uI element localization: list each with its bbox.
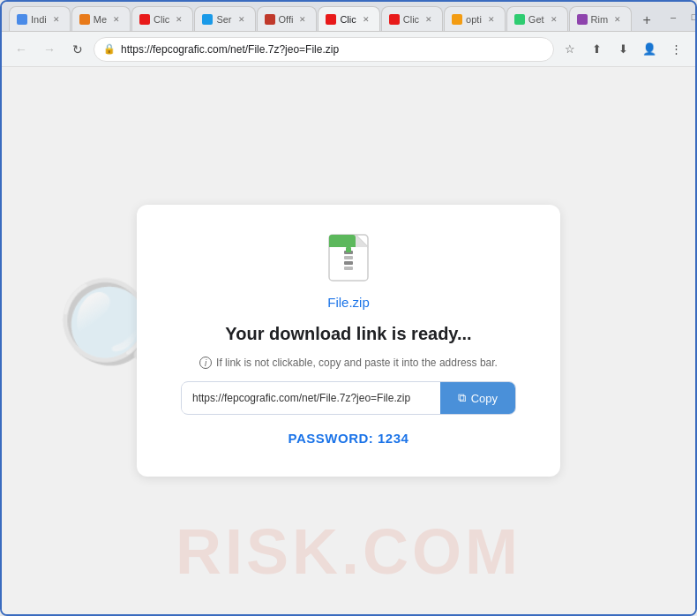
zip-file-icon <box>322 231 375 284</box>
file-name[interactable]: File.zip <box>181 295 516 310</box>
url-copy-row: ⧉ Copy <box>181 381 516 415</box>
tab-me[interactable]: Me ✕ <box>71 6 131 31</box>
tab-label: Rim <box>591 14 609 25</box>
share-icon[interactable]: ⬆ <box>584 37 609 62</box>
tab-close-button[interactable]: ✕ <box>423 13 435 26</box>
tab-favicon <box>514 14 525 25</box>
tab-label: Offi <box>279 14 294 25</box>
lock-icon: 🔒 <box>103 43 116 55</box>
back-button[interactable]: ← <box>9 37 34 62</box>
browser-window: Indi ✕ Me ✕ Clic ✕ Ser ✕ <box>0 0 697 616</box>
tab-close-button[interactable]: ✕ <box>236 13 248 26</box>
profile-icon[interactable]: 👤 <box>637 37 662 62</box>
tab-favicon <box>326 14 336 25</box>
tab-close-button[interactable]: ✕ <box>173 13 185 26</box>
tab-label: Get <box>528 14 544 25</box>
tab-clic1[interactable]: Clic ✕ <box>131 6 193 31</box>
tab-close-button[interactable]: ✕ <box>110 13 123 26</box>
tab-get[interactable]: Get ✕ <box>506 6 568 31</box>
tab-favicon <box>452 14 462 25</box>
svg-rect-4 <box>344 256 353 259</box>
svg-rect-5 <box>344 261 353 265</box>
download-icon[interactable]: ⬇ <box>611 37 635 62</box>
address-input[interactable] <box>121 43 544 56</box>
tab-close-button[interactable]: ✕ <box>296 13 309 26</box>
download-card: File.zip Your download link is ready... … <box>137 205 560 477</box>
tab-offi[interactable]: Offi ✕ <box>257 6 318 31</box>
download-heading: Your download link is ready... <box>181 324 516 344</box>
tab-clic-active[interactable]: Clic ✕ <box>318 6 379 31</box>
title-bar: Indi ✕ Me ✕ Clic ✕ Ser ✕ <box>2 2 695 32</box>
tab-label: opti <box>466 14 482 25</box>
maximize-button[interactable]: □ <box>686 8 697 26</box>
menu-icon[interactable]: ⋮ <box>663 37 688 62</box>
tab-label: Me <box>94 14 107 25</box>
tab-label: Ser <box>216 14 231 25</box>
tab-favicon <box>139 14 150 25</box>
svg-rect-6 <box>344 267 353 270</box>
forward-button[interactable]: → <box>37 37 62 62</box>
svg-rect-2 <box>329 244 356 247</box>
tab-label: Clic <box>340 14 356 25</box>
tab-favicon <box>577 14 588 25</box>
tab-close-button[interactable]: ✕ <box>485 13 498 26</box>
webpage-content: 🔍 RISK.COM <box>2 67 695 614</box>
tab-close-button[interactable]: ✕ <box>548 13 560 26</box>
tab-favicon <box>17 14 27 25</box>
hint-row: i If link is not clickable, copy and pas… <box>181 357 516 369</box>
minimize-button[interactable]: – <box>664 8 682 26</box>
tab-label: Clic <box>154 14 169 25</box>
window-controls: – □ ✕ <box>664 8 697 26</box>
tab-favicon <box>265 14 275 25</box>
tab-indi[interactable]: Indi ✕ <box>9 6 71 31</box>
tab-close-button[interactable]: ✕ <box>611 13 624 26</box>
tab-ser[interactable]: Ser ✕ <box>194 6 255 31</box>
tab-label: Clic <box>403 14 419 25</box>
tab-opti[interactable]: opti ✕ <box>444 6 506 31</box>
tab-favicon <box>79 14 90 25</box>
watermark-text: RISK.COM <box>176 515 521 588</box>
tab-clic2[interactable]: Clic ✕ <box>381 6 443 31</box>
download-url-input[interactable] <box>182 383 440 413</box>
new-tab-button[interactable]: + <box>636 10 657 31</box>
tab-label: Indi <box>31 14 47 25</box>
svg-rect-7 <box>346 247 351 252</box>
refresh-button[interactable]: ↻ <box>65 37 90 62</box>
tab-favicon <box>389 14 400 25</box>
bookmark-star-icon[interactable]: ☆ <box>558 37 582 62</box>
copy-button[interactable]: ⧉ Copy <box>440 382 515 414</box>
address-bar-container[interactable]: 🔒 <box>94 37 554 62</box>
tab-rim[interactable]: Rim ✕ <box>569 6 633 31</box>
tab-close-button[interactable]: ✕ <box>360 13 372 26</box>
tab-favicon <box>202 14 213 25</box>
info-icon: i <box>199 357 212 369</box>
password-display: PASSWORD: 1234 <box>181 431 516 446</box>
file-icon-container <box>181 231 516 288</box>
nav-right-icons: ☆ ⬆ ⬇ 👤 ⋮ <box>558 37 688 62</box>
copy-icon: ⧉ <box>458 391 466 405</box>
copy-button-label: Copy <box>471 392 498 405</box>
tabs-area: Indi ✕ Me ✕ Clic ✕ Ser ✕ <box>9 2 657 31</box>
navigation-bar: ← → ↻ 🔒 ☆ ⬆ ⬇ 👤 ⋮ <box>2 32 695 67</box>
tab-close-button[interactable]: ✕ <box>50 13 63 26</box>
hint-text: If link is not clickable, copy and paste… <box>216 357 498 369</box>
